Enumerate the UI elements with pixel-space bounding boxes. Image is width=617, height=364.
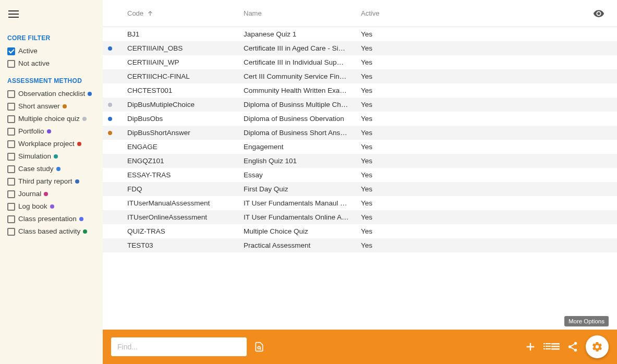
settings-button[interactable] (586, 335, 609, 358)
cell-active: Yes (361, 157, 617, 165)
checkbox[interactable] (7, 140, 15, 148)
svg-rect-3 (543, 346, 545, 347)
table-row[interactable]: QUIZ-TRASMultiple Choice QuizYes (103, 224, 617, 238)
checkbox[interactable] (7, 178, 15, 186)
checkbox[interactable] (7, 228, 15, 236)
method-filter-item[interactable]: Class presentation (7, 213, 95, 225)
svg-point-10 (574, 342, 577, 345)
filter-label: Not active (18, 59, 50, 68)
filter-label: Third party report (18, 177, 72, 186)
color-dot-icon (75, 179, 79, 184)
checkbox[interactable] (7, 128, 15, 136)
table-row[interactable]: BJ1Japanese Quiz 1Yes (103, 27, 617, 41)
core-filter-item[interactable]: Not active (7, 57, 95, 70)
cell-active: Yes (361, 213, 617, 221)
method-filter-item[interactable]: Case study (7, 163, 95, 175)
filter-label: Active (18, 46, 38, 56)
view-list-button[interactable] (543, 343, 560, 351)
table-row[interactable]: ENGAGEEngagementYes (103, 140, 617, 154)
svg-rect-1 (543, 343, 545, 344)
table-row[interactable]: DipBusShortAnswerDiploma of Business Sho… (103, 126, 617, 140)
color-dot-icon (50, 204, 54, 209)
cell-active: Yes (361, 72, 617, 80)
visibility-toggle-button[interactable] (593, 8, 604, 19)
cell-code: QUIZ-TRAS (127, 227, 244, 235)
method-filter-item[interactable]: Multiple choice quiz (7, 113, 95, 125)
cell-name: Certificate III in Individual Sup… (244, 58, 361, 66)
filter-label: Observation checklist (18, 89, 85, 99)
add-button[interactable] (525, 341, 536, 353)
hamburger-menu-button[interactable] (8, 8, 20, 20)
column-header-code-label: Code (127, 9, 143, 17)
color-dot-icon (88, 92, 92, 96)
search-input[interactable] (111, 337, 247, 356)
cell-active: Yes (361, 129, 617, 137)
sort-ascending-icon (147, 10, 154, 17)
cell-code: ITUserManualAssessment (127, 199, 244, 207)
method-filter-item[interactable]: Simulation (7, 150, 95, 163)
method-filter-item[interactable]: Portfolio (7, 125, 95, 138)
checkbox[interactable] (7, 90, 15, 98)
method-filter-item[interactable]: Short answer (7, 100, 95, 113)
column-header-name[interactable]: Name (244, 9, 361, 17)
share-button[interactable] (567, 341, 578, 353)
cell-name: Multiple Choice Quiz (244, 227, 361, 235)
cell-code: DipBusMutipleChoice (127, 101, 244, 108)
cell-active: Yes (361, 241, 617, 249)
table-row[interactable]: ITUserOnlineAssessmentIT User Fundamenta… (103, 210, 617, 224)
core-filter-heading: CORE FILTER (7, 34, 95, 42)
checkbox[interactable] (7, 115, 15, 123)
checkbox[interactable] (7, 47, 15, 55)
table-row[interactable]: DipBusObsDiploma of Business ObervationY… (103, 112, 617, 126)
cell-code: CERTIIIAIN_WP (127, 58, 244, 66)
svg-rect-6 (546, 348, 551, 349)
table-row[interactable]: ESSAY-TRASEssayYes (103, 168, 617, 182)
color-dot-icon (79, 217, 83, 221)
cell-code: TEST03 (127, 241, 244, 249)
column-header-active[interactable]: Active (361, 9, 617, 17)
checkbox[interactable] (7, 215, 15, 223)
svg-rect-9 (551, 348, 560, 350)
cell-code: ITUserOnlineAssessment (127, 213, 244, 221)
row-color-dot-icon (108, 131, 112, 135)
filter-label: Workplace project (18, 139, 75, 149)
checkbox[interactable] (7, 153, 15, 161)
method-filter-item[interactable]: Workplace project (7, 138, 95, 150)
method-filter-item[interactable]: Class based activity (7, 225, 95, 238)
search-file-button[interactable] (254, 342, 264, 352)
method-filter-item[interactable]: Observation checklist (7, 88, 95, 100)
table-row[interactable]: ITUserManualAssessmentIT User Fundamenta… (103, 196, 617, 210)
table-row[interactable]: FDQFirst Day QuizYes (103, 182, 617, 196)
cell-name: First Day Quiz (244, 185, 361, 193)
table-row[interactable]: CERTIIIAIN_WPCertificate III in Individu… (103, 55, 617, 69)
method-filter-item[interactable]: Journal (7, 188, 95, 200)
cell-name: Engagement (244, 143, 361, 151)
sidebar: CORE FILTER ActiveNot active ASSESSMENT … (0, 0, 103, 364)
core-filter-item[interactable]: Active (7, 45, 95, 57)
checkbox[interactable] (7, 165, 15, 173)
table-row[interactable]: TEST03Practical AssessmentYes (103, 238, 617, 252)
cell-active: Yes (361, 101, 617, 108)
cell-name: Diploma of Business Short Ans… (244, 129, 361, 137)
checkbox[interactable] (7, 190, 15, 198)
column-header-code[interactable]: Code (127, 9, 244, 17)
table-row[interactable]: ENGQZ101English Quiz 101Yes (103, 154, 617, 168)
cell-active: Yes (361, 171, 617, 179)
cell-code: ENGAGE (127, 143, 244, 151)
row-color-dot-icon (108, 46, 112, 51)
table-row[interactable]: CHCTEST001Community Health Written Exa…Y… (103, 83, 617, 98)
color-dot-icon (47, 129, 51, 134)
filter-label: Short answer (18, 102, 60, 111)
svg-rect-2 (546, 343, 551, 344)
filter-label: Portfolio (18, 127, 44, 136)
checkbox[interactable] (7, 60, 15, 68)
method-filter-item[interactable]: Log book (7, 200, 95, 213)
table-row[interactable]: CERTIIICHC-FINALCert III Community Servi… (103, 69, 617, 83)
method-filter-item[interactable]: Third party report (7, 175, 95, 188)
table-row[interactable]: DipBusMutipleChoiceDiploma of Businss Mu… (103, 98, 617, 112)
filter-label: Class presentation (18, 214, 77, 224)
filter-label: Class based activity (18, 227, 80, 236)
checkbox[interactable] (7, 103, 15, 111)
table-row[interactable]: CERTIIIAIN_OBSCertificate III in Aged Ca… (103, 41, 617, 55)
checkbox[interactable] (7, 203, 15, 211)
